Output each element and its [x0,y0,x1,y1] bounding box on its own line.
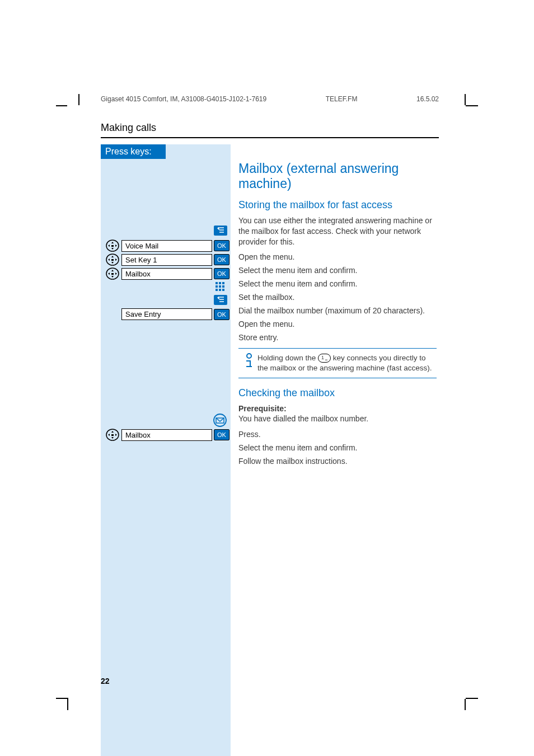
content-wrap: Press keys: Voice Mail OK [101,144,437,756]
menu-item-mailbox: Mailbox [121,268,212,280]
step-open-menu: Open the menu. [238,252,294,263]
header-date: 16.5.02 [416,95,439,103]
svg-rect-13 [219,289,221,291]
sidebar-row-mailbox-2: Mailbox OK [101,429,231,441]
intro-paragraph: You can use either the integrated answer… [238,215,437,247]
svg-rect-3 [111,259,114,261]
header-doc-id: Gigaset 4015 Comfort, IM, A31008-G4015-J… [101,95,266,103]
step-select-mailbox: Select the menu item and confirm. [238,443,357,454]
menu-item-voice-mail: Voice Mail [121,240,212,252]
crop-mark [56,105,67,106]
step-follow-instructions: Follow the mailbox instructions. [238,456,348,467]
ok-button: OK [214,254,229,265]
heading-mailbox: Mailbox (external answering machine) [238,161,437,191]
svg-rect-5 [111,273,114,275]
ok-button: OK [214,268,229,279]
sidebar-row-open-menu-2 [101,295,231,305]
svg-rect-18 [111,434,114,436]
info-text-pre: Holding down the [257,354,318,362]
heading-storing: Storing the mailbox for fast access [238,199,437,211]
crop-mark [56,698,68,699]
prerequisite-block: Prerequisite: You have dialled the mailb… [238,403,437,425]
navigate-icon [105,253,120,266]
svg-rect-12 [216,289,218,291]
sidebar-row-save-entry: Save Entry OK [101,308,231,320]
menu-button-icon [214,226,227,236]
prerequisite-text: You have dialled the mailbox number. [238,414,368,423]
sidebar-row-set-key-1: Set Key 1 OK [101,253,231,266]
crop-mark [465,699,466,710]
step-select-voice-mail: Select the menu item and confirm. [238,265,357,276]
navigate-icon [105,267,120,280]
sidebar-row-voice-mail: Voice Mail OK [101,240,231,252]
document-page: Gigaset 4015 Comfort, IM, A31008-G4015-J… [0,0,534,756]
svg-rect-8 [222,282,224,284]
keypad-icon [215,281,227,295]
step-select-set-key: Select the menu item and confirm. [238,279,357,290]
header-file: TELEF.FM [326,95,358,103]
svg-rect-7 [219,282,221,284]
info-icon [241,353,257,373]
step-dial-number: Dial the mailbox number (maximum of 20 c… [238,306,425,317]
section-title: Making calls [101,122,439,138]
page-number: 22 [101,677,110,685]
heading-checking: Checking the mailbox [238,387,437,399]
navigate-icon [105,240,120,252]
main-column: Mailbox (external answering machine) Sto… [231,144,437,756]
press-keys-header: Press keys: [101,144,166,159]
svg-rect-9 [216,285,218,288]
navigate-icon [105,429,120,441]
svg-rect-11 [222,285,224,288]
envelope-icon [213,414,227,429]
ok-button: OK [214,429,229,440]
svg-rect-14 [222,289,224,291]
instruction-rows: Open the menu. Select the menu item and … [238,251,437,345]
crop-mark [466,105,478,106]
step-open-menu-2: Open the menu. [238,319,294,330]
svg-point-19 [247,354,251,358]
sidebar-row-open-menu [101,226,231,236]
step-press: Press. [238,429,261,440]
menu-item-set-key-1: Set Key 1 [121,254,212,266]
ok-button: OK [214,309,229,320]
sidebar-row-envelope [101,414,231,429]
crop-mark [67,699,68,710]
ok-button: OK [214,240,229,251]
info-note-text: Holding down the 1 ∞ key connects you di… [257,353,434,373]
menu-item-save-entry: Save Entry [121,308,212,320]
sidebar-row-mailbox: Mailbox OK [101,267,231,280]
sidebar-row-keypad [101,281,231,295]
key-1-icon: 1 ∞ [318,354,331,363]
press-keys-sidebar: Press keys: Voice Mail OK [101,144,231,756]
crop-mark [465,94,466,105]
crop-mark [466,698,478,699]
svg-rect-6 [216,282,218,284]
prerequisite-label: Prerequisite: [238,404,287,413]
svg-rect-10 [219,285,221,288]
menu-button-icon [214,295,227,305]
svg-rect-1 [111,245,114,247]
crop-mark [67,94,79,105]
menu-item-mailbox-2: Mailbox [121,429,212,441]
page-header: Gigaset 4015 Comfort, IM, A31008-G4015-J… [101,95,439,103]
step-store-entry: Store entry. [238,332,278,344]
info-note-box: Holding down the 1 ∞ key connects you di… [238,348,437,378]
step-set-mailbox: Set the mailbox. [238,292,294,303]
